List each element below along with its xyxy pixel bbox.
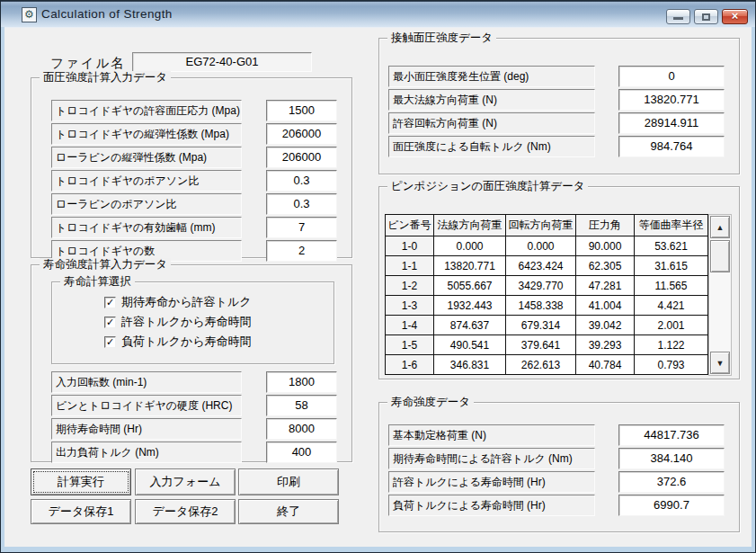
exit-button[interactable]: 終了 [238, 499, 339, 524]
print-button[interactable]: 印刷 [238, 468, 339, 495]
life-by-load-torque-value: 6990.7 [618, 495, 725, 516]
checkbox-label: 期待寿命から許容トルク [121, 294, 252, 310]
scroll-down-button[interactable]: ▼ [710, 352, 730, 374]
cell-pin: 1-1 [386, 256, 434, 276]
cell: 53.621 [635, 236, 708, 256]
field-row: 最小面圧強度発生位置 (deg) 0 [388, 66, 730, 87]
field-row: トロコイドギヤのポアソン比 0.3 [51, 170, 337, 192]
col-header-equivalent-radius: 等価曲率半径 [635, 215, 708, 236]
cell: 11.565 [635, 276, 708, 296]
close-button[interactable]: × [722, 9, 748, 24]
maximize-button[interactable] [694, 9, 718, 24]
cell-pin: 1-6 [386, 355, 434, 375]
allowable-rotational-load-value: 28914.911 [618, 112, 725, 134]
field-row: トロコイドギヤの有効歯幅 (mm) 7 [51, 217, 337, 238]
window-title: Calculation of Strength [41, 7, 173, 21]
file-name-field[interactable]: EG72-40-G01 [132, 52, 312, 72]
col-header-normal-load: 法線方向荷重 [434, 215, 506, 236]
field-row: 許容回転方向荷重 (N) 28914.911 [388, 112, 730, 134]
table-row: 1-1 13820.771 6423.424 62.305 31.615 [386, 256, 708, 276]
cell: 4.421 [635, 296, 708, 316]
cell: 679.314 [506, 316, 576, 335]
cell: 379.641 [506, 335, 576, 355]
save-data-2-button[interactable]: データ保存2 [135, 499, 236, 524]
cell: 62.305 [576, 256, 635, 276]
title-bar[interactable]: ⚙ Calculation of Strength × [1, 1, 755, 27]
checkbox-allowable-torque-to-life[interactable]: ✓ [104, 317, 116, 328]
table-row: 1-6 346.831 262.613 40.784 0.793 [386, 355, 708, 375]
input-form-button[interactable]: 入力フォーム [135, 468, 236, 495]
allowable-torque-by-life-value: 384.140 [618, 448, 725, 469]
field-label: 許容回転方向荷重 (N) [388, 112, 595, 134]
field-label: 負荷トルクによる寿命時間 (Hr) [388, 495, 595, 516]
cell: 346.831 [434, 355, 506, 375]
checkbox-load-torque-to-life[interactable]: ✓ [104, 336, 116, 348]
gear-count-input[interactable]: 2 [266, 240, 337, 262]
cell: 39.293 [576, 335, 635, 355]
cell: 40.784 [576, 355, 635, 375]
pin-position-group: ピンポジションの面圧強度計算データ ピン番号 法線方向荷重 回転方向荷重 圧力角… [378, 186, 740, 379]
window-controls: × [666, 9, 748, 24]
app-window: ⚙ Calculation of Strength × ファイル名 EG72-4… [0, 0, 756, 553]
contact-pressure-group: 接触面圧強度データ 最小面圧強度発生位置 (deg) 0 最大法線方向荷重 (N… [378, 38, 740, 174]
expected-life-input[interactable]: 8000 [266, 418, 337, 440]
cell: 41.004 [576, 296, 635, 316]
field-label: ローラピンのポアソン比 [51, 193, 242, 215]
cell: 13820.771 [434, 256, 506, 276]
hardness-input[interactable]: 58 [266, 395, 337, 416]
scrollbar-thumb[interactable] [710, 240, 730, 272]
field-label: 出力負荷トルク (Nm) [51, 442, 242, 463]
cell: 5055.667 [434, 276, 506, 296]
col-header-rotational-load: 回転方向荷重 [506, 215, 576, 236]
col-header-pressure-angle: 圧力角 [576, 215, 635, 236]
gear-elastic-modulus-input[interactable]: 206000 [266, 123, 337, 145]
pin-position-table: ピン番号 法線方向荷重 回転方向荷重 圧力角 等価曲率半径 1-0 0.000 … [385, 214, 708, 375]
cell: 0.000 [506, 236, 576, 256]
life-input-group: 寿命強度計算入力データ 寿命計算選択 ✓ 期待寿命から許容トルク ✓ 許容トルク… [31, 264, 352, 462]
pin-position-group-title: ピンポジションの面圧強度計算データ [387, 180, 588, 192]
field-row: トロコイドギヤの許容面圧応力 (Mpa) 1500 [51, 100, 337, 121]
field-label: 基本動定格荷重 (N) [388, 424, 595, 446]
cell-pin: 1-2 [386, 276, 434, 296]
field-row: ローラピンのポアソン比 0.3 [51, 193, 337, 215]
checkbox-expected-life-to-torque[interactable]: ✓ [104, 297, 116, 308]
life-output-group: 寿命強度データ 基本動定格荷重 (N) 44817.736 期待寿命時間による許… [378, 402, 740, 532]
field-row: ローラピンの縦弾性係数 (Mpa) 206000 [51, 147, 337, 168]
scroll-up-button[interactable]: ▲ [710, 216, 730, 238]
field-label: 最小面圧強度発生位置 (deg) [388, 66, 595, 87]
field-row: 入力回転数 (min-1) 1800 [51, 371, 337, 393]
field-row: 負荷トルクによる寿命時間 (Hr) 6990.7 [388, 495, 730, 516]
cell: 1932.443 [434, 296, 506, 316]
pin-elastic-modulus-input[interactable]: 206000 [266, 147, 337, 168]
checkbox-row: ✓ 期待寿命から許容トルク [104, 295, 252, 309]
field-label: ローラピンの縦弾性係数 (Mpa) [51, 147, 242, 168]
pressure-input-group-title: 面圧強度計算入力データ [40, 71, 171, 84]
life-input-group-title: 寿命強度計算入力データ [40, 258, 171, 271]
contact-pressure-group-title: 接触面圧強度データ [387, 31, 496, 44]
checkbox-row: ✓ 負荷トルクから寿命時間 [104, 334, 252, 349]
field-label: 許容トルクによる寿命時間 (Hr) [388, 471, 595, 493]
input-speed-input[interactable]: 1800 [266, 371, 337, 393]
field-label: トロコイドギヤの有効歯幅 (mm) [51, 217, 242, 238]
field-row: 期待寿命時間 (Hr) 8000 [51, 418, 337, 440]
output-load-torque-input[interactable]: 400 [266, 442, 337, 463]
table-scrollbar[interactable]: ▲ ▼ [708, 214, 732, 376]
minimize-button[interactable] [666, 9, 690, 24]
allowable-contact-stress-input[interactable]: 1500 [266, 100, 337, 121]
pressure-input-group: 面圧強度計算入力データ トロコイドギヤの許容面圧応力 (Mpa) 1500 トロ… [31, 77, 352, 258]
cell: 39.042 [576, 316, 635, 335]
life-calc-selection-group: 寿命計算選択 ✓ 期待寿命から許容トルク ✓ 許容トルクから寿命時間 ✓ 負荷ト… [51, 281, 334, 364]
cell: 2.001 [635, 316, 708, 335]
save-data-1-button[interactable]: データ保存1 [31, 499, 131, 524]
cell: 31.615 [635, 256, 708, 276]
effective-face-width-input[interactable]: 7 [266, 217, 337, 238]
field-row: 出力負荷トルク (Nm) 400 [51, 442, 337, 463]
pin-poisson-ratio-input[interactable]: 0.3 [266, 193, 337, 215]
gear-poisson-ratio-input[interactable]: 0.3 [266, 170, 337, 192]
cell: 490.541 [434, 335, 506, 355]
field-label: ピンとトロコイドギヤの硬度 (HRC) [51, 395, 242, 416]
field-row: ピンとトロコイドギヤの硬度 (HRC) 58 [51, 395, 337, 416]
life-by-allowable-torque-value: 372.6 [618, 471, 725, 493]
run-calculation-button[interactable]: 計算実行 [31, 468, 131, 495]
table-row: 1-2 5055.667 3429.770 47.281 11.565 [386, 276, 708, 296]
